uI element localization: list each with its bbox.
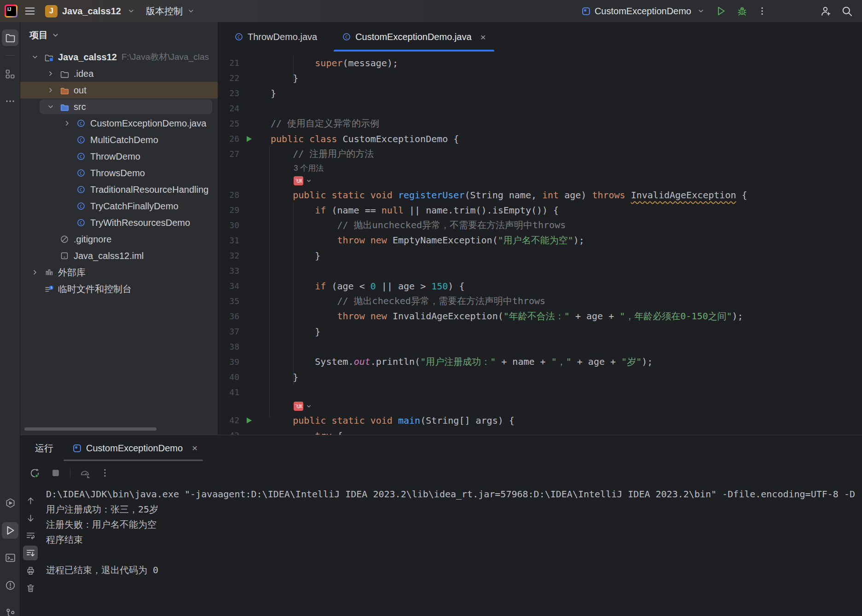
code-line-23[interactable]: 23} bbox=[219, 86, 862, 101]
chevron-down-icon[interactable] bbox=[306, 401, 312, 412]
code-line-35[interactable]: 35 // 抛出checked异常，需要在方法声明中throws bbox=[219, 294, 862, 309]
code-line-27[interactable]: 27 // 注册用户的方法 bbox=[219, 146, 862, 161]
console-line: 程序结束 bbox=[46, 532, 862, 547]
version-control-tool-window-button[interactable] bbox=[2, 604, 18, 616]
line-number: 26 bbox=[219, 134, 239, 144]
tree-item-customexceptiondemo-java[interactable]: CCustomExceptionDemo.java bbox=[20, 115, 218, 132]
main-menu-button[interactable] bbox=[24, 5, 36, 17]
search-everywhere-button[interactable] bbox=[839, 3, 855, 19]
run-tab-customexceptiondemo[interactable]: CustomExceptionDemo × bbox=[73, 435, 197, 461]
more-actions-button[interactable] bbox=[99, 466, 111, 480]
code-line-24[interactable]: 24 bbox=[219, 101, 862, 116]
line-number: 36 bbox=[219, 311, 239, 321]
code-line-22[interactable]: 22 } bbox=[219, 70, 862, 86]
profiler-button[interactable] bbox=[78, 466, 92, 480]
scroll-up-button[interactable] bbox=[23, 493, 38, 508]
folder-blue-icon bbox=[60, 102, 73, 112]
chevron-down-icon[interactable] bbox=[306, 175, 312, 186]
tree-item-throwdemo[interactable]: CThrowDemo bbox=[20, 148, 218, 165]
chevron-right-icon[interactable] bbox=[46, 86, 60, 95]
tree-item-src[interactable]: src bbox=[20, 98, 218, 115]
chevron-down-icon[interactable] bbox=[30, 52, 44, 62]
tree-item-java-calss12-iml[interactable]: Java_calss12.iml bbox=[20, 248, 218, 264]
code-line-29[interactable]: 29 if (name == null || name.trim().isEmp… bbox=[219, 202, 862, 218]
tree-item-java-calss12[interactable]: Java_calss12F:\Java教材\Java_clas bbox=[20, 49, 218, 65]
code-line-36[interactable]: 36 throw new InvalidAgeException("年龄不合法：… bbox=[219, 309, 862, 324]
tree-item-trywithresourcesdemo[interactable]: CTryWithResourcesDemo bbox=[20, 214, 218, 231]
tree-item-multicatchdemo[interactable]: CMultiCatchDemo bbox=[20, 132, 218, 148]
code-line-41[interactable]: 41 bbox=[219, 385, 862, 400]
terminal-tool-window-button[interactable] bbox=[2, 549, 18, 566]
run-line-icon[interactable] bbox=[239, 416, 271, 425]
scroll-to-end-button[interactable] bbox=[23, 546, 38, 560]
plugin-badge-icon[interactable]: 飞算 bbox=[294, 176, 303, 185]
code-line-38[interactable]: 38 bbox=[219, 339, 862, 354]
close-tab-icon[interactable]: × bbox=[480, 32, 486, 42]
tree-item-out[interactable]: out bbox=[20, 82, 218, 98]
problems-tool-window-button[interactable] bbox=[2, 577, 18, 593]
tree-item-临时文件和控制台[interactable]: 临时文件和控制台 bbox=[20, 281, 218, 297]
code-line-37[interactable]: 37 } bbox=[219, 324, 862, 339]
run-line-icon[interactable] bbox=[239, 135, 271, 143]
code-line-30[interactable]: 30 // 抛出unchecked异常，不需要在方法声明中throws bbox=[219, 218, 862, 233]
console-toolbar bbox=[20, 485, 40, 616]
rerun-button[interactable] bbox=[28, 466, 41, 480]
project-tool-window-button[interactable] bbox=[2, 29, 18, 46]
stop-button[interactable] bbox=[49, 466, 63, 480]
git-branch-icon bbox=[5, 607, 16, 616]
code-line-26[interactable]: 26public class CustomExceptionDemo { bbox=[219, 131, 862, 146]
chevron-right-icon[interactable] bbox=[46, 69, 60, 78]
svg-text:C: C bbox=[345, 35, 348, 40]
code-line-42[interactable]: 42 public static void main(String[] args… bbox=[219, 413, 862, 428]
trash-icon bbox=[25, 583, 36, 593]
tree-item-gitignore[interactable]: .gitignore bbox=[20, 231, 218, 248]
code-line-39[interactable]: 39 System.out.println("用户注册成功：" + name +… bbox=[219, 354, 862, 369]
add-user-icon bbox=[820, 5, 832, 17]
code-line-34[interactable]: 34 if (age < 0 || age > 150) { bbox=[219, 278, 862, 294]
code-line-31[interactable]: 31 throw new EmptyNameException("用户名不能为空… bbox=[219, 233, 862, 248]
clear-console-button[interactable] bbox=[23, 581, 38, 595]
run-tool-window-button[interactable] bbox=[2, 522, 18, 539]
debug-button[interactable] bbox=[734, 3, 750, 19]
tree-item-trycatchfinallydemo[interactable]: CTryCatchFinallyDemo bbox=[20, 198, 218, 214]
tree-item-throwsdemo[interactable]: CThrowsDemo bbox=[20, 165, 218, 181]
code-with-me-button[interactable] bbox=[818, 3, 833, 19]
more-tool-windows-button[interactable] bbox=[2, 93, 18, 109]
project-panel-header[interactable]: 项目 bbox=[20, 22, 218, 43]
tree-item-idea[interactable]: .idea bbox=[20, 65, 218, 82]
structure-icon bbox=[5, 69, 16, 80]
soft-wrap-button[interactable] bbox=[23, 528, 38, 543]
usage-inlay-hint[interactable]: 3 个用法 bbox=[219, 161, 862, 174]
code-line-25[interactable]: 25// 使用自定义异常的示例 bbox=[219, 116, 862, 131]
print-button[interactable] bbox=[23, 563, 38, 578]
project-widget[interactable]: J Java_calss12 bbox=[45, 5, 135, 17]
scroll-down-button[interactable] bbox=[23, 511, 38, 525]
line-number: 39 bbox=[219, 357, 239, 367]
console-output[interactable]: D:\IDEA\JDK\bin\java.exe "-javaagent:D:\… bbox=[40, 485, 862, 616]
code-line-33[interactable]: 33 bbox=[219, 263, 862, 278]
plugin-badge-icon[interactable]: 飞算 bbox=[294, 402, 303, 411]
run-configuration-selector[interactable]: CustomExceptionDemo bbox=[582, 6, 705, 17]
code-text: } bbox=[271, 250, 320, 261]
more-actions-button[interactable] bbox=[755, 3, 769, 19]
code-editor[interactable]: 21 super(message);22 }23}2425// 使用自定义异常的… bbox=[219, 52, 862, 435]
code-line-40[interactable]: 40 } bbox=[219, 369, 862, 385]
horizontal-scrollbar[interactable] bbox=[24, 427, 156, 431]
code-line-32[interactable]: 32 } bbox=[219, 248, 862, 263]
tab-throwdemo[interactable]: C ThrowDemo.java bbox=[226, 22, 325, 52]
code-line-43[interactable]: 43 try { bbox=[219, 428, 862, 435]
chevron-right-icon[interactable] bbox=[63, 119, 76, 128]
project-avatar: J bbox=[45, 5, 58, 17]
close-tab-icon[interactable]: × bbox=[192, 443, 197, 454]
tree-item-traditionalresourcehandling[interactable]: CTraditionalResourceHandling bbox=[20, 181, 218, 198]
run-button[interactable] bbox=[713, 3, 729, 19]
tab-customexceptiondemo[interactable]: C CustomExceptionDemo.java × bbox=[334, 22, 494, 52]
services-tool-window-button[interactable] bbox=[2, 495, 18, 511]
chevron-right-icon[interactable] bbox=[30, 268, 44, 277]
code-line-21[interactable]: 21 super(message); bbox=[219, 55, 862, 70]
tree-item-外部库[interactable]: 外部库 bbox=[20, 264, 218, 281]
chevron-down-icon[interactable] bbox=[46, 102, 60, 111]
code-line-28[interactable]: 28 public static void registerUser(Strin… bbox=[219, 187, 862, 202]
vcs-widget[interactable]: 版本控制 bbox=[146, 5, 195, 17]
structure-tool-window-button[interactable] bbox=[2, 66, 18, 82]
